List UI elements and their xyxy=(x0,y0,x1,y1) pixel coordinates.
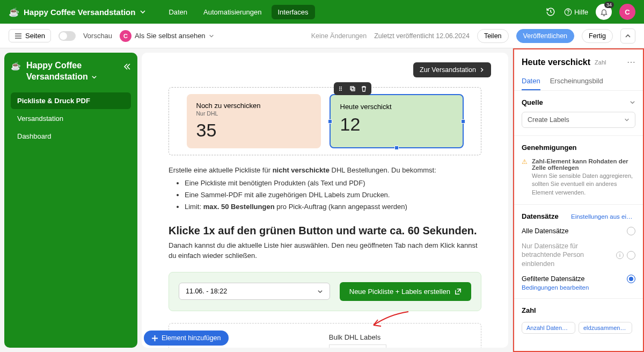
radio-checked-icon xyxy=(627,275,635,283)
add-element-button[interactable]: Element hinzufügen xyxy=(144,331,229,346)
properties-panel: Heute verschickt Zahl ⋯ Daten Erscheinun… xyxy=(513,48,644,352)
nav-daten[interactable]: Daten xyxy=(162,5,194,19)
plus-icon xyxy=(151,335,158,342)
instruction-heading: Klicke 1x auf den grünen Button und wart… xyxy=(169,225,481,237)
notifications-button[interactable]: 34 xyxy=(596,4,612,20)
sidebar-item-pickliste[interactable]: Pickliste & Druck PDF xyxy=(11,92,131,109)
workspace-switcher[interactable]: ☕ Happy Coffee Versandstation xyxy=(9,7,146,17)
option-viewer-records[interactable]: Nur Datensätze für betrachtende Person e… xyxy=(522,242,635,268)
bulk-labels-block: Bulk DHL Labels DHL PAKET MUSTER xyxy=(329,333,386,348)
hamburger-icon xyxy=(14,33,22,39)
svg-point-6 xyxy=(341,88,342,89)
sidebar-item-dashboard[interactable]: Dashboard xyxy=(11,128,131,145)
radio-icon xyxy=(627,227,635,235)
publish-button[interactable]: Veröffentlichen xyxy=(516,29,574,43)
number-section: Zahl Anzahl Datensätze eldzusammenfassun xyxy=(514,299,643,341)
coffee-icon: ☕ xyxy=(11,61,21,71)
page-canvas[interactable]: Zur Versandstation Noch zu verschicken N… xyxy=(142,53,508,348)
chevron-down-icon xyxy=(209,33,214,39)
save-status: Keine Änderungen xyxy=(311,32,367,40)
header-actions: Hilfe 34 C xyxy=(545,4,635,20)
main-layout: ☕ Happy Coffee Versandstation Pickliste … xyxy=(0,48,644,352)
action-panel: 11.06. - 18:22 Neue Pickliste + Labels e… xyxy=(169,272,481,311)
coffee-icon: ☕ xyxy=(9,7,19,17)
edit-conditions-link[interactable]: Bedingungen bearbeiten xyxy=(522,284,635,291)
resize-handle-bottom[interactable] xyxy=(394,146,399,150)
notification-count: 34 xyxy=(604,2,614,8)
chevron-down-icon xyxy=(91,74,97,80)
external-link-icon xyxy=(455,288,462,295)
summary-chip-field[interactable]: eldzusammenfassun xyxy=(579,322,632,334)
chevron-down-icon xyxy=(624,117,630,123)
help-button[interactable]: Hilfe xyxy=(564,8,588,16)
radio-icon xyxy=(627,251,635,260)
warning-message: ⚠ Zahl-Element kann Rohdaten der Zelle o… xyxy=(522,158,635,197)
element-toolbar xyxy=(334,82,371,95)
svg-point-1 xyxy=(568,13,568,14)
svg-point-4 xyxy=(339,90,340,91)
expand-icon[interactable] xyxy=(620,28,635,44)
panel-header: Heute verschickt Zahl ⋯ xyxy=(514,49,643,73)
create-picklist-button[interactable]: Neue Pickliste + Labels erstellen xyxy=(340,282,471,301)
preview-label: Vorschau xyxy=(83,32,112,40)
svg-point-7 xyxy=(341,90,342,91)
nav-automatisierungen[interactable]: Automatisierungen xyxy=(197,5,268,19)
summary-chip-count[interactable]: Anzahl Datensätze xyxy=(522,322,575,334)
copy-icon[interactable] xyxy=(348,84,357,94)
sidebar-wrapper: ☕ Happy Coffee Versandstation Pickliste … xyxy=(0,48,137,352)
svg-point-2 xyxy=(339,87,340,88)
user-avatar[interactable]: C xyxy=(619,4,635,20)
canvas-wrapper: Zur Versandstation Noch zu verschicken N… xyxy=(137,48,513,352)
chevron-down-icon xyxy=(317,289,323,294)
resize-handle-right[interactable] xyxy=(461,119,465,124)
collapse-sidebar-icon[interactable] xyxy=(122,62,131,71)
panel-title: Heute verschickt xyxy=(522,58,590,67)
panel-menu-icon[interactable]: ⋯ xyxy=(627,57,635,67)
svg-point-3 xyxy=(339,88,340,89)
chevron-down-icon xyxy=(630,99,635,105)
stat-card-pending[interactable]: Noch zu verschicken Nur DHL 35 xyxy=(187,94,321,148)
preview-toggle[interactable] xyxy=(58,31,76,41)
top-nav: Daten Automatisierungen Interfaces xyxy=(162,5,314,19)
svg-rect-9 xyxy=(352,88,355,91)
done-button[interactable]: Fertig xyxy=(582,29,613,43)
goto-versandstation-button[interactable]: Zur Versandstation xyxy=(413,62,491,77)
records-section: Datensätze Einstellungen aus einer An...… xyxy=(514,205,643,299)
sidebar-title-dropdown[interactable]: Happy Coffee Versandstation xyxy=(26,60,117,83)
info-icon[interactable]: i xyxy=(616,252,624,259)
pages-button[interactable]: Seiten xyxy=(9,29,51,42)
quelle-toggle[interactable]: Quelle xyxy=(522,98,635,106)
tab-erscheinungsbild[interactable]: Erscheinungsbild xyxy=(550,73,603,90)
tab-daten[interactable]: Daten xyxy=(522,73,540,90)
share-button[interactable]: Teilen xyxy=(477,29,509,43)
option-filtered-records[interactable]: Gefilterte Datensätze xyxy=(522,275,635,283)
inherit-settings-link[interactable]: Einstellungen aus einer An... xyxy=(571,213,635,220)
delete-icon[interactable] xyxy=(359,84,369,94)
app-name: Happy Coffee Versandstation xyxy=(24,8,135,17)
approvals-section: Genehmigungen ⚠ Zahl-Element kann Rohdat… xyxy=(514,136,643,205)
nav-interfaces[interactable]: Interfaces xyxy=(272,5,315,19)
sidebar-item-versandstation[interactable]: Versandstation xyxy=(11,110,131,127)
app-header: ☕ Happy Coffee Versandstation Daten Auto… xyxy=(0,0,644,24)
view-as-dropdown[interactable]: C Als Sie selbst ansehen xyxy=(120,30,214,42)
resize-handle-left[interactable] xyxy=(328,119,332,124)
panel-tabs: Daten Erscheinungsbild xyxy=(514,73,643,91)
viewer-avatar: C xyxy=(120,30,131,42)
source-dropdown[interactable]: Create Labels xyxy=(522,112,635,128)
stat-card-shipped-today[interactable]: Heute verschickt 12 xyxy=(330,94,464,148)
description-text: Erstelle eine aktuelle Pickliste für nic… xyxy=(169,165,481,213)
chevron-down-icon xyxy=(140,9,146,15)
annotation-arrow xyxy=(368,309,411,331)
instruction-sub: Danach kannst du die aktuelle Liste hier… xyxy=(169,240,481,261)
label-preview: DHL PAKET MUSTER xyxy=(329,344,386,348)
sidebar-nav: Pickliste & Druck PDF Versandstation Das… xyxy=(11,92,131,145)
editor-toolbar: Seiten Vorschau C Als Sie selbst ansehen… xyxy=(0,24,644,48)
date-dropdown[interactable]: 11.06. - 18:22 xyxy=(179,283,330,300)
stats-row: Noch zu verschicken Nur DHL 35 Heute ver… xyxy=(169,87,481,155)
chevron-right-icon xyxy=(479,67,485,73)
svg-point-5 xyxy=(341,87,342,88)
drag-handle-icon[interactable] xyxy=(336,84,346,94)
option-all-records[interactable]: Alle Datensätze xyxy=(522,227,635,235)
sidebar: ☕ Happy Coffee Versandstation Pickliste … xyxy=(4,53,137,348)
history-icon[interactable] xyxy=(545,6,557,18)
